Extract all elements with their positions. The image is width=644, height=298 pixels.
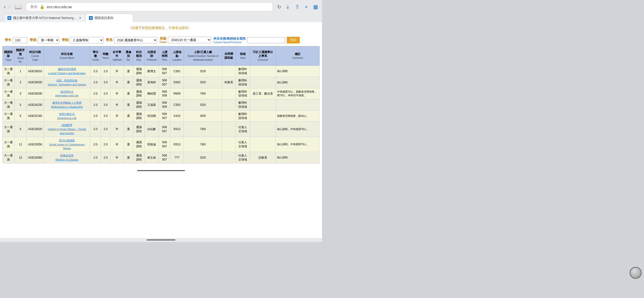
table-cell: 自然、科技與社會Science, Technology and Society [44, 77, 90, 88]
th-hours: 時數Hours [101, 46, 110, 66]
course-query-sublabel: Course Name/Professor [214, 41, 242, 44]
table-cell: 何信昭 [145, 110, 158, 122]
address-bar[interactable]: 大小 🔒 ecs.ntcu.edu.tw [26, 3, 273, 11]
th-comment: 備註Comment [276, 46, 320, 66]
table-cell: 大一通識 [3, 99, 14, 111]
tab-1[interactable]: N 國立臺中教育大學-NTCU-National Taichung Univer… [4, 14, 85, 22]
download-button[interactable]: ⇣ [286, 4, 290, 10]
course-name-link[interactable]: 自然、科技與社會Science, Technology and Society [48, 79, 86, 86]
table-cell: 2 [14, 77, 26, 88]
table-cell: 邏輯思考與應用Logical Thinking and Application [44, 66, 90, 77]
table-cell: 林玉体 [145, 152, 158, 163]
table-cell [222, 152, 236, 163]
table-cell: C303 [170, 99, 184, 111]
course-name-link[interactable]: 經典的智慧Wisdom of Classics [55, 154, 78, 161]
th-location: 上課地點Location [170, 46, 184, 66]
table-cell: 2.0 [90, 137, 100, 152]
table-cell: 2.0 [101, 77, 110, 88]
table-cell: 2.0 [90, 122, 100, 137]
table-cell: AGE34230 [26, 99, 44, 111]
course-name-link[interactable]: 資訊與生活Information and Life [55, 90, 78, 97]
table-cell [250, 122, 276, 137]
table-cell: 半 [110, 110, 124, 122]
table-cell: 半 [110, 66, 124, 77]
table-cell: 大一通識 [3, 110, 14, 122]
table-row: 大一通識3AGE30030資訊與生活Information and Life2.… [3, 88, 320, 99]
table-cell: 506 507 [158, 77, 170, 88]
table-cell: 40/0 [184, 110, 222, 122]
search-button[interactable]: 查詢 [287, 37, 300, 43]
share-button[interactable]: ⇧ [295, 4, 300, 10]
reload-button[interactable]: ↻ [277, 4, 281, 10]
table-cell: 語教系 [250, 152, 276, 163]
table-cell: 社會人文領域 [236, 122, 250, 137]
address-left-text: 大小 [30, 5, 38, 9]
table-cell: 半 [110, 99, 124, 111]
table-cell: 社會人文領域 [236, 137, 250, 152]
table-cell: 經典的智慧Wisdom of Classics [44, 152, 90, 163]
course-name-link[interactable]: 邏輯思考與應用Logical Thinking and Application [48, 68, 86, 75]
semester-select[interactable]: 第一學期 [38, 37, 60, 43]
back-button[interactable]: ‹ [4, 4, 6, 10]
table-cell: 選 [124, 99, 133, 111]
table-cell: 核心課程。中班授課78人。 [276, 137, 320, 152]
course-name-link[interactable]: 數學在空間藝術上之應用Mathematics in Spatial Arts [51, 101, 83, 108]
class-select[interactable]: ZGE110 大一通識 [168, 37, 211, 43]
table-cell [250, 99, 276, 111]
new-tab-button[interactable]: + [305, 4, 308, 10]
table-cell: 半 [110, 77, 124, 88]
table-cell [276, 99, 320, 111]
table-cell [222, 66, 236, 77]
table-cell [250, 77, 276, 88]
table-cell [222, 122, 236, 137]
tab-2[interactable]: N 開課資訊查詢 [85, 14, 133, 22]
table-cell: 數學在空間藝術上之應用Mathematics in Spatial Arts [44, 99, 90, 111]
table-cell: 2.0 [90, 99, 100, 111]
table-cell: 506 507 [158, 137, 170, 152]
table-cell: 5 [14, 99, 26, 111]
table-cell: 半 [110, 137, 124, 152]
table-row: 大一通識2AGE30020自然、科技與社會Science, Technology… [3, 77, 320, 88]
th-credit: 學分數Credit [90, 46, 100, 66]
course-search-input[interactable] [247, 37, 285, 43]
table-cell: 通識課程 [133, 88, 145, 99]
table-cell: K410 [170, 110, 184, 122]
table-cell: 2.0 [101, 152, 110, 163]
tabs-button[interactable]: ▦ [313, 4, 318, 10]
th-not-count: 不計入通識學分之學系Comment [250, 46, 276, 66]
table-cell: 陳純瑩 [145, 88, 158, 99]
table-row: 大一通識12AGE20060經典的智慧Wisdom of Classics2.0… [3, 152, 320, 163]
table-cell: 核心課程。中班授課78人。 [276, 122, 320, 137]
table-cell: 506 507 [158, 152, 170, 163]
course-name-link[interactable]: 智慧行動生活Smartphone Life [57, 112, 77, 119]
tab-2-title: 開課資訊查詢 [95, 16, 130, 20]
table-cell: AGE30030 [26, 88, 44, 99]
table-cell: 數理科技領域 [236, 110, 250, 122]
year-input[interactable] [13, 37, 27, 43]
bookmarks-icon[interactable]: 📖 [14, 4, 22, 10]
dept-group: 學系 ZGE 通識教育中心 [106, 37, 157, 43]
search-form: 學年 學期 第一學期 學制 Z 虛擬學制 學系 ZGE 通識教育中心 班級 Cl… [0, 34, 322, 46]
table-cell: 因教室空間有限，限40人。 [276, 110, 320, 122]
scroll-indicator-wrapper [0, 168, 322, 173]
table-cell: 2.0 [90, 77, 100, 88]
table-cell: 核心課程 [276, 66, 320, 77]
course-name-link[interactable]: 認識臺灣Getting to Know Taiwan：Trends and In… [48, 123, 86, 135]
tab-1-close[interactable]: ✕ [79, 16, 82, 20]
table-cell: 2.0 [101, 66, 110, 77]
notice-text: *請遵守智慧則產權觀念，不得非法影印。 [0, 22, 322, 34]
page-content: *請遵守智慧則產權觀念，不得非法影印。 學年 學期 第一學期 學制 Z 虛擬學制… [0, 22, 322, 238]
system-select[interactable]: Z 虛擬學制 [70, 37, 104, 43]
scroll-indicator [137, 170, 185, 171]
table-cell: AGE30020 [26, 77, 44, 88]
dept-select[interactable]: ZGE 通識教育中心 [114, 37, 157, 43]
th-professor: 任課老師Professor [145, 46, 158, 66]
lock-icon: 🔒 [40, 5, 44, 9]
table-cell: 52/0 [184, 66, 222, 77]
forward-button[interactable]: › [8, 4, 10, 10]
course-name-link[interactable]: 當代社會議題Social Issues in Contemporary Taiw… [49, 139, 85, 150]
table-cell: 社會人文領域 [236, 152, 250, 163]
system-group: 學制 Z 虛擬學制 [62, 37, 104, 43]
table-cell: 78/0 [184, 122, 222, 137]
table-cell: 半 [110, 88, 124, 99]
